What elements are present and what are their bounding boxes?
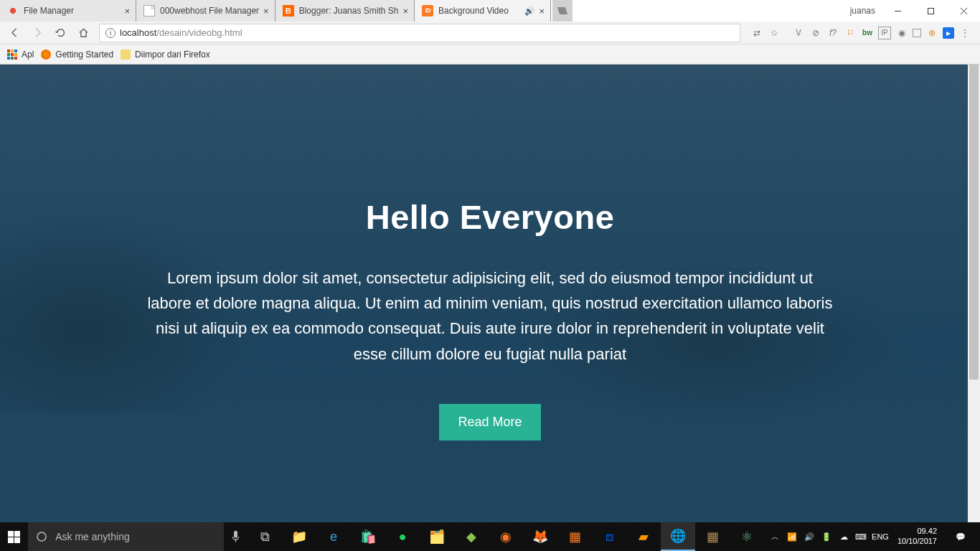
svg-rect-6 xyxy=(234,531,237,538)
hero-paragraph: Lorem ipsum dolor sit amet, consectetur … xyxy=(146,265,834,367)
taskbar-app-icon[interactable]: ▦ xyxy=(695,522,730,551)
tab-background-video[interactable]: ఐ Background Video 🔊 × xyxy=(415,0,551,22)
tab-000webhost[interactable]: 000webhost File Manager × xyxy=(136,0,275,22)
volume-icon[interactable]: 🔊 xyxy=(803,530,816,543)
browser-tabs: File Manager × 000webhost File Manager ×… xyxy=(0,0,844,22)
svg-rect-3 xyxy=(8,537,14,543)
atom-icon[interactable]: ⚛ xyxy=(730,522,764,551)
close-icon[interactable]: × xyxy=(402,6,408,17)
bookmark-diimpor[interactable]: Diimpor dari Firefox xyxy=(121,50,210,60)
hero-heading: Hello Everyone xyxy=(146,197,834,237)
close-button[interactable] xyxy=(947,0,980,22)
reload-button[interactable] xyxy=(50,23,70,43)
ext-v-icon[interactable]: V xyxy=(792,27,805,39)
store-icon[interactable]: 🛍️ xyxy=(351,522,385,551)
action-center-icon[interactable]: 💬 xyxy=(946,532,976,542)
bookmark-apps[interactable]: Apl xyxy=(7,50,34,60)
read-more-button[interactable]: Read More xyxy=(439,404,540,441)
extensions: V ⊘ f? ⚐ bw IP ◉ ⊕ ▸ ⋮ xyxy=(788,27,976,39)
close-icon[interactable]: × xyxy=(124,6,130,17)
cortana-icon xyxy=(35,530,48,543)
folder-icon xyxy=(121,50,131,60)
dropbox-icon[interactable]: ⧈ xyxy=(592,522,626,551)
onedrive-icon[interactable]: ☁ xyxy=(837,530,850,543)
tab-blogger[interactable]: B Blogger: Juanas Smith Sh × xyxy=(275,0,415,22)
ext-flag-icon[interactable]: ⚐ xyxy=(844,27,857,39)
omnibox-right-icons: ⇄ ☆ xyxy=(746,27,785,39)
bookmark-star-icon[interactable]: ☆ xyxy=(768,27,781,39)
vertical-scrollbar[interactable] xyxy=(968,65,980,528)
svg-rect-0 xyxy=(928,8,933,14)
svg-rect-1 xyxy=(8,531,14,537)
start-button[interactable] xyxy=(0,522,28,551)
new-tab-button[interactable] xyxy=(552,0,573,22)
cortana-search[interactable]: Ask me anything xyxy=(28,522,224,551)
svg-rect-2 xyxy=(14,531,20,537)
menu-icon[interactable]: ⋮ xyxy=(958,27,971,39)
minimize-button[interactable] xyxy=(881,0,914,22)
forward-button[interactable] xyxy=(27,23,47,43)
page-viewport: Hello Everyone Lorem ipsum dolor sit ame… xyxy=(0,65,980,528)
chrome-icon[interactable]: 🌐 xyxy=(661,522,695,551)
url-text: localhost/desain/videobg.html xyxy=(120,27,242,38)
tab-title: File Manager xyxy=(24,6,120,16)
favicon-blogger: B xyxy=(283,5,294,17)
tab-title: Background Video xyxy=(438,6,522,16)
sublime-icon[interactable]: ▰ xyxy=(626,522,661,551)
maximize-button[interactable] xyxy=(914,0,947,22)
translate-icon[interactable]: ⇄ xyxy=(750,27,763,39)
close-icon[interactable]: × xyxy=(539,6,545,17)
site-info-icon[interactable]: i xyxy=(105,28,116,38)
folder-icon[interactable]: 🗂️ xyxy=(420,522,454,551)
task-icons: ⧉ 📁 e 🛍️ ● 🗂️ ◆ ◉ 🦊 ▦ ⧈ ▰ 🌐 ▦ ⚛ xyxy=(248,522,764,551)
search-placeholder: Ask me anything xyxy=(55,531,130,542)
firefox-icon[interactable]: 🦊 xyxy=(523,522,557,551)
hero-content: Hello Everyone Lorem ipsum dolor sit ame… xyxy=(146,65,834,441)
keyboard-icon[interactable]: ⌨ xyxy=(854,530,867,543)
bookmark-label: Apl xyxy=(22,50,34,60)
browser-toolbar: i localhost/desain/videobg.html ⇄ ☆ V ⊘ … xyxy=(0,22,980,44)
tab-file-manager[interactable]: File Manager × xyxy=(0,0,136,22)
tab-title: Blogger: Juanas Smith Sh xyxy=(299,6,399,16)
close-icon[interactable]: × xyxy=(263,6,269,17)
ext-camera-icon[interactable]: ◉ xyxy=(895,27,908,39)
mic-button[interactable] xyxy=(224,522,248,551)
chrome-user-label[interactable]: juanas xyxy=(844,0,881,22)
scrollbar-thumb[interactable] xyxy=(969,65,979,380)
file-explorer-icon[interactable]: 📁 xyxy=(282,522,316,551)
ext-ip-icon[interactable]: IP xyxy=(878,27,891,39)
ext-square-icon[interactable] xyxy=(913,29,921,37)
apps-icon xyxy=(7,50,17,60)
favicon-filemanager xyxy=(7,5,19,17)
spotify-icon[interactable]: ● xyxy=(385,522,420,551)
clock[interactable]: 09.42 10/10/2017 xyxy=(893,527,941,547)
bookmark-label: Diimpor dari Firefox xyxy=(135,50,210,60)
chevron-up-icon[interactable]: ︿ xyxy=(768,530,781,543)
ext-dots-icon[interactable]: ⊕ xyxy=(925,27,938,39)
bookmark-getting-started[interactable]: Getting Started xyxy=(41,50,113,60)
address-bar[interactable]: i localhost/desain/videobg.html xyxy=(99,24,740,42)
edge-icon[interactable]: e xyxy=(316,522,351,551)
ext-blue-icon[interactable]: ▸ xyxy=(943,27,954,39)
android-studio-icon[interactable]: ◆ xyxy=(454,522,489,551)
audio-icon[interactable]: 🔊 xyxy=(524,6,534,16)
bookmarks-bar: Apl Getting Started Diimpor dari Firefox xyxy=(0,44,980,65)
ext-bw-icon[interactable]: bw xyxy=(861,27,874,39)
wifi-icon[interactable]: 📶 xyxy=(786,530,798,543)
home-button[interactable] xyxy=(73,23,93,43)
ext-font-icon[interactable]: f? xyxy=(826,27,839,39)
battery-icon[interactable]: 🔋 xyxy=(820,530,833,543)
svg-point-5 xyxy=(37,532,46,541)
xampp-icon[interactable]: ▦ xyxy=(557,522,592,551)
favicon-xampp: ఐ xyxy=(422,5,433,17)
window-controls xyxy=(881,0,980,22)
task-view-icon[interactable]: ⧉ xyxy=(248,522,282,551)
language-indicator[interactable]: ENG xyxy=(872,532,889,541)
system-tray: ︿ 📶 🔊 🔋 ☁ ⌨ ENG 09.42 10/10/2017 💬 xyxy=(764,522,980,551)
ext-stop-icon[interactable]: ⊘ xyxy=(809,27,822,39)
clock-time: 09.42 xyxy=(897,527,937,537)
firefox-icon xyxy=(41,50,51,60)
taskbar-app-icon[interactable]: ◉ xyxy=(489,522,523,551)
back-button[interactable] xyxy=(4,23,24,43)
windows-taskbar: Ask me anything ⧉ 📁 e 🛍️ ● 🗂️ ◆ ◉ 🦊 ▦ ⧈ … xyxy=(0,522,980,551)
